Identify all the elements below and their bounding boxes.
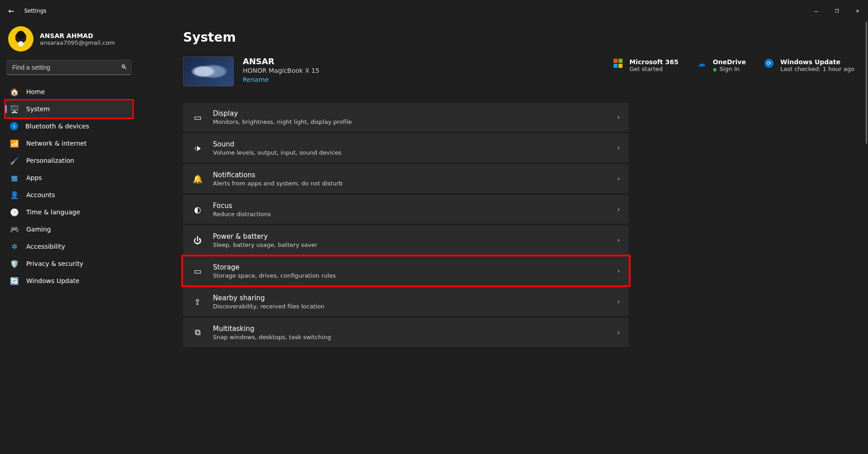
pc-block: ANSAR HONOR MagicBook X 15 Rename Micros… <box>183 57 854 86</box>
setting-subtitle: Snap windows, desktops, task switching <box>213 334 607 340</box>
chevron-right-icon: › <box>617 267 620 274</box>
search-icon: 🔍︎ <box>121 63 127 71</box>
sidebar-item-label: Privacy & security <box>26 260 83 267</box>
setting-title: Notifications <box>213 171 607 179</box>
minimize-button[interactable]: — <box>806 4 826 18</box>
sidebar-item-label: Accessibility <box>26 243 65 250</box>
rename-link[interactable]: Rename <box>243 76 320 83</box>
focus-icon: ◐ <box>192 205 203 214</box>
sidebar-item-network[interactable]: 📶Network & internet <box>5 135 132 152</box>
chevron-right-icon: › <box>617 114 620 121</box>
setting-subtitle: Sleep, battery usage, battery saver <box>213 241 607 248</box>
chevron-right-icon: › <box>617 206 620 213</box>
accounts-icon: 👤 <box>10 191 19 199</box>
promo-onedrive-sub: ●Sign In <box>713 66 746 72</box>
sidebar-item-gaming[interactable]: 🎮Gaming <box>5 221 132 238</box>
sidebar-item-label: Time & language <box>26 208 80 216</box>
chevron-right-icon: › <box>617 329 620 336</box>
close-button[interactable]: ✕ <box>847 4 868 18</box>
setting-nearby[interactable]: ⇪Nearby sharingDiscoverability, received… <box>183 287 629 316</box>
back-button[interactable]: ← <box>8 7 14 15</box>
chevron-right-icon: › <box>617 175 620 182</box>
time-icon: 🕒 <box>10 208 19 217</box>
sidebar-item-label: Accounts <box>26 191 55 199</box>
search-input[interactable] <box>6 60 132 75</box>
sidebar-item-time[interactable]: 🕒Time & language <box>5 203 132 221</box>
avatar <box>8 26 33 52</box>
multitasking-icon: ⧉ <box>192 327 203 337</box>
apps-icon: ▦ <box>10 174 19 182</box>
sidebar-item-label: Bluetooth & devices <box>25 123 89 130</box>
setting-subtitle: Storage space, drives, configuration rul… <box>213 272 607 279</box>
sidebar-item-home[interactable]: 🏠Home <box>5 83 132 100</box>
pc-model: HONOR MagicBook X 15 <box>243 67 320 74</box>
chevron-right-icon: › <box>617 236 620 244</box>
cloud-icon: ☁ <box>697 58 707 68</box>
setting-sound[interactable]: 🕩SoundVolume levels, output, input, soun… <box>183 133 629 162</box>
gaming-icon: 🎮 <box>10 225 19 234</box>
sidebar-item-bluetooth[interactable]: ᚼBluetooth & devices <box>5 118 132 135</box>
setting-notifications[interactable]: 🔔NotificationsAlerts from apps and syste… <box>183 164 629 193</box>
setting-title: Display <box>213 109 607 118</box>
user-name: ANSAR AHMAD <box>40 32 115 39</box>
settings-list: ▭DisplayMonitors, brightness, night ligh… <box>183 103 629 347</box>
sidebar-item-label: Windows Update <box>26 277 80 284</box>
setting-focus[interactable]: ◐FocusReduce distractions› <box>183 195 629 224</box>
chevron-right-icon: › <box>617 144 620 151</box>
display-icon: ▭ <box>192 113 203 122</box>
bluetooth-icon: ᚼ <box>10 122 18 130</box>
setting-subtitle: Volume levels, output, input, sound devi… <box>213 149 607 156</box>
sidebar-item-personalization[interactable]: 🖌️Personalization <box>5 152 132 169</box>
sidebar-item-label: Apps <box>26 174 42 181</box>
nav: 🏠Home🖥️SystemᚼBluetooth & devices📶Networ… <box>5 83 132 289</box>
sidebar-item-label: Network & internet <box>26 140 87 147</box>
sidebar-item-update[interactable]: 🔄Windows Update <box>5 272 132 289</box>
setting-subtitle: Reduce distractions <box>213 211 607 218</box>
pc-name: ANSAR <box>243 57 320 66</box>
user-block[interactable]: ANSAR AHMAD ansaraa7095@gmail.com <box>5 26 132 60</box>
setting-title: Sound <box>213 140 607 148</box>
maximize-button[interactable]: ❐ <box>826 4 847 18</box>
storage-icon: ▭ <box>192 266 203 276</box>
privacy-icon: 🛡️ <box>10 260 19 268</box>
main: System ANSAR HONOR MagicBook X 15 Rename… <box>138 22 868 454</box>
setting-power[interactable]: ⏻Power & batterySleep, battery usage, ba… <box>183 226 629 255</box>
promo-winupdate-sub: Last checked: 1 hour ago <box>780 66 854 72</box>
promo-ms365[interactable]: Microsoft 365 Get started <box>613 58 678 72</box>
promo-onedrive[interactable]: ☁ OneDrive ●Sign In <box>697 58 746 72</box>
sidebar-item-apps[interactable]: ▦Apps <box>5 169 132 186</box>
setting-title: Focus <box>213 202 607 210</box>
titlebar: ← Settings — ❐ ✕ <box>0 0 868 22</box>
sidebar-item-system[interactable]: 🖥️System <box>5 100 132 118</box>
sidebar: ANSAR AHMAD ansaraa7095@gmail.com 🔍︎ 🏠Ho… <box>0 22 138 454</box>
personalization-icon: 🖌️ <box>10 156 19 165</box>
user-email: ansaraa7095@gmail.com <box>40 39 115 46</box>
sidebar-item-privacy[interactable]: 🛡️Privacy & security <box>5 255 132 272</box>
setting-storage[interactable]: ▭StorageStorage space, drives, configura… <box>183 256 629 285</box>
system-icon: 🖥️ <box>10 105 19 114</box>
setting-subtitle: Discoverability, received files location <box>213 303 607 310</box>
setting-subtitle: Monitors, brightness, night light, displ… <box>213 118 607 125</box>
home-icon: 🏠 <box>10 88 19 96</box>
promo-onedrive-title: OneDrive <box>713 58 746 66</box>
sidebar-item-label: Home <box>26 88 45 95</box>
promo-winupdate[interactable]: ⟳ Windows Update Last checked: 1 hour ag… <box>764 58 854 72</box>
search-wrap: 🔍︎ <box>6 60 132 75</box>
window-controls: — ❐ ✕ <box>806 4 868 18</box>
setting-multitasking[interactable]: ⧉MultitaskingSnap windows, desktops, tas… <box>183 318 629 347</box>
sidebar-item-accounts[interactable]: 👤Accounts <box>5 186 132 203</box>
update-icon: 🔄 <box>10 277 19 285</box>
setting-title: Storage <box>213 263 607 271</box>
app-title: Settings <box>24 8 46 14</box>
accessibility-icon: ✲ <box>10 242 19 251</box>
sync-icon: ⟳ <box>764 58 774 68</box>
pc-thumbnail[interactable] <box>183 57 234 86</box>
setting-display[interactable]: ▭DisplayMonitors, brightness, night ligh… <box>183 103 629 132</box>
scrollbar-thumb[interactable] <box>866 22 867 144</box>
chevron-right-icon: › <box>617 298 620 305</box>
sidebar-item-accessibility[interactable]: ✲Accessibility <box>5 238 132 255</box>
nearby-icon: ⇪ <box>192 297 203 307</box>
ms365-icon <box>613 58 623 68</box>
promo-ms365-sub: Get started <box>629 66 678 72</box>
setting-title: Nearby sharing <box>213 294 607 302</box>
